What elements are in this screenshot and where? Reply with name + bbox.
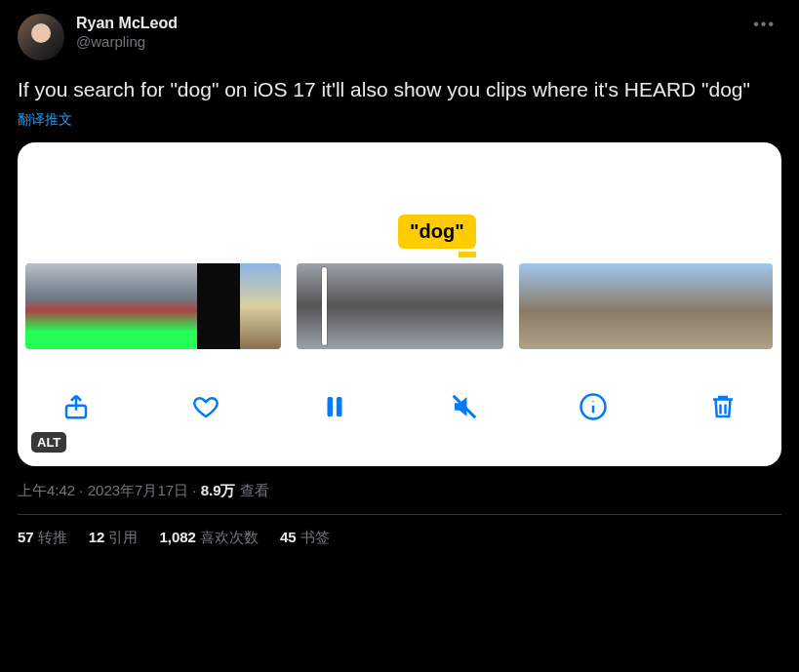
svg-rect-1 — [328, 397, 334, 416]
heart-icon[interactable] — [190, 391, 221, 422]
tweet-meta: 上午4:42 · 2023年7月17日 · 8.9万 查看 — [18, 482, 781, 500]
tweet-stats: 57转推 12引用 1,082喜欢次数 45书签 — [18, 515, 781, 561]
meta-separator: · — [188, 482, 201, 498]
pause-icon[interactable] — [319, 391, 350, 422]
stat-label: 转推 — [38, 529, 67, 545]
meta-separator: · — [75, 482, 88, 498]
svg-rect-2 — [337, 397, 342, 416]
media-card[interactable]: "dog" — [18, 142, 781, 466]
mute-icon[interactable] — [449, 391, 480, 422]
caption-marker — [459, 252, 476, 257]
author-names: Ryan McLeod @warpling — [76, 14, 178, 52]
stat-count: 12 — [89, 529, 105, 545]
playhead[interactable] — [322, 267, 327, 345]
photos-toolbar — [18, 378, 781, 435]
trash-icon[interactable] — [707, 391, 739, 422]
meta-date[interactable]: 2023年7月17日 — [88, 482, 188, 498]
stat-bookmarks[interactable]: 45书签 — [280, 529, 330, 547]
stat-likes[interactable]: 1,082喜欢次数 — [159, 529, 259, 547]
views-label: 查看 — [236, 482, 269, 498]
share-icon[interactable] — [60, 391, 92, 422]
views-count: 8.9万 — [201, 482, 236, 498]
video-filmstrip[interactable] — [18, 263, 781, 349]
stat-label: 喜欢次数 — [200, 529, 259, 545]
tweet-header: Ryan McLeod @warpling ••• — [18, 14, 781, 60]
stat-retweets[interactable]: 57转推 — [18, 529, 67, 547]
stat-count: 57 — [18, 529, 34, 545]
stat-label: 引用 — [108, 529, 138, 545]
svg-point-6 — [593, 401, 595, 403]
alt-badge[interactable]: ALT — [31, 432, 66, 453]
tweet-text: If you search for "dog" on iOS 17 it'll … — [18, 76, 781, 103]
stat-quotes[interactable]: 12引用 — [89, 529, 139, 547]
tweet: Ryan McLeod @warpling ••• If you search … — [0, 0, 799, 561]
stat-count: 1,082 — [159, 529, 196, 545]
clip-thumbnail[interactable] — [297, 263, 503, 349]
more-icon[interactable]: ••• — [747, 14, 781, 35]
stat-count: 45 — [280, 529, 297, 545]
info-icon[interactable] — [578, 391, 609, 422]
clip-thumbnail[interactable] — [25, 263, 281, 349]
meta-time[interactable]: 上午4:42 — [18, 482, 75, 498]
display-name[interactable]: Ryan McLeod — [76, 14, 178, 33]
stat-label: 书签 — [300, 529, 330, 545]
translate-link[interactable]: 翻译推文 — [18, 111, 72, 129]
handle[interactable]: @warpling — [76, 33, 178, 52]
clip-thumbnail[interactable] — [519, 263, 773, 349]
caption-tooltip: "dog" — [398, 215, 476, 249]
avatar[interactable] — [18, 14, 64, 60]
